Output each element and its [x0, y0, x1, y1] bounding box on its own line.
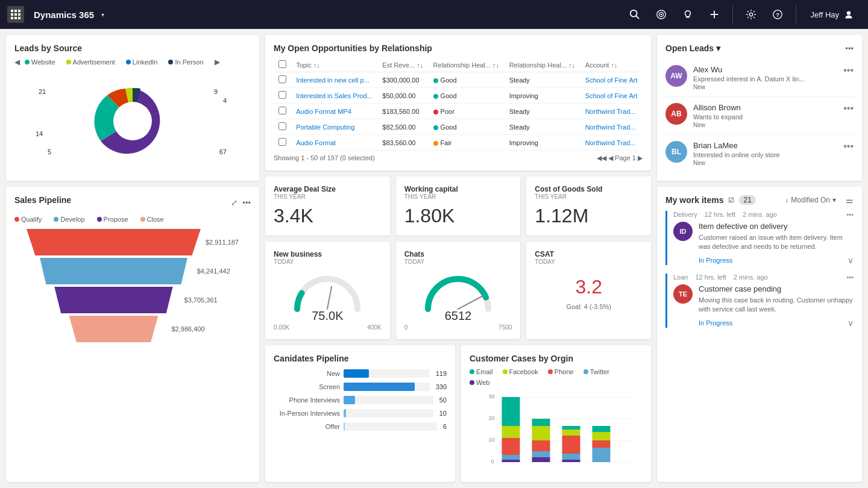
work-expand-1[interactable]: ∨	[848, 255, 854, 265]
row-checkbox[interactable]	[278, 107, 286, 114]
svg-rect-1	[14, 10, 17, 12]
col-account[interactable]: Account ↑↓	[580, 58, 643, 72]
kpi-row-1: Average Deal Size THIS YEAR 3.4K Working…	[265, 177, 651, 236]
user-menu[interactable]: Jeff Hay	[804, 10, 861, 19]
topic-link[interactable]: Portable Computing	[296, 124, 354, 131]
work-item-loan: Loan 12 hrs. left 2 mins. ago ••• TE Cus…	[665, 274, 854, 328]
plus-icon[interactable]	[703, 4, 725, 25]
topic-link[interactable]: Interested in new cell p...	[296, 77, 370, 84]
help-icon[interactable]: ?	[767, 4, 788, 25]
work-expand-2[interactable]: ∨	[848, 318, 854, 328]
bar-label-phone: Phone Interviews	[274, 396, 340, 404]
open-leads-more[interactable]: •••	[845, 44, 854, 53]
new-biz-label: New business	[274, 250, 382, 258]
candidates-title: Canidates Pipeline	[274, 354, 447, 363]
svg-point-20	[847, 11, 851, 14]
pipeline-expand-icon[interactable]: ⤢	[231, 198, 237, 207]
select-all[interactable]	[278, 60, 286, 68]
lightbulb-icon[interactable]	[677, 4, 699, 25]
app-title: Dynamics 365	[34, 10, 94, 20]
svg-rect-40	[532, 451, 550, 457]
svg-rect-34	[502, 438, 520, 455]
row-checkbox[interactable]	[278, 75, 286, 83]
row-checkbox[interactable]	[278, 138, 286, 146]
pipeline-title: Sales Pipeline	[14, 195, 71, 205]
account: Northwind Trad...	[580, 135, 643, 151]
lead-badge-allison: New	[693, 122, 837, 128]
work-item-1-more[interactable]: •••	[846, 211, 854, 218]
nav-divider-2	[796, 5, 796, 24]
work-footer-1: In Progress ∨	[699, 255, 854, 265]
health2: Steady	[505, 119, 580, 135]
svg-line-10	[635, 16, 638, 19]
svg-point-13	[660, 14, 662, 16]
revenue: $300,000.00	[377, 72, 428, 88]
topic-link[interactable]: Interested in Sales Prod...	[296, 92, 373, 99]
svg-rect-47	[593, 426, 611, 432]
svg-rect-14	[686, 17, 689, 18]
row-checkbox[interactable]	[278, 91, 286, 99]
work-item-2-more[interactable]: •••	[846, 274, 854, 281]
lead-info-brian: Brian LaMee Interested in online only st…	[693, 141, 837, 166]
lead-name-brian: Brian LaMee	[693, 141, 837, 150]
col-topic[interactable]: Topic ↑↓	[291, 58, 377, 72]
target-icon[interactable]	[650, 4, 672, 25]
label-4: 4	[223, 97, 227, 104]
legend-email: Email	[470, 368, 493, 375]
apps-button[interactable]	[7, 6, 24, 23]
settings-icon[interactable]	[740, 4, 762, 25]
col-health2[interactable]: Relationship Heal... ↑↓	[505, 58, 580, 72]
bar-fill-phone	[344, 396, 355, 404]
bar-fill-screen	[344, 383, 415, 391]
lead-avatar-brian: BL	[665, 141, 687, 163]
legend-develop: Develop	[54, 216, 84, 223]
col-health1[interactable]: Relationship Heal... ↑↓	[429, 58, 505, 72]
table-row: Audio Format MP4 $183,560.00 Poor Steady…	[274, 104, 643, 119]
svg-rect-39	[532, 440, 550, 451]
svg-rect-6	[11, 17, 13, 19]
legend-phone: Phone	[548, 368, 574, 375]
work-item-meta-1: Delivery 12 hrs. left 2 mins. ago •••	[673, 211, 854, 218]
work-desc-1: Customer raised an issue with item deliv…	[699, 233, 854, 252]
health2: Improving	[505, 135, 580, 151]
top-nav: Dynamics 365 ▾ ? Jeff Hay	[0, 0, 868, 29]
col-checkbox[interactable]	[274, 58, 291, 72]
row-checkbox[interactable]	[278, 122, 286, 130]
svg-rect-50	[593, 448, 611, 462]
work-item-body-1: ID Item defective on delivery Customer r…	[673, 222, 854, 265]
center-column: My Open Opportunities by Relationship To…	[265, 35, 651, 482]
revenue: $82,500.00	[377, 119, 428, 135]
topic-link[interactable]: Audio Format MP4	[296, 108, 351, 115]
working-capital-card: Working capital THIS YEAR 1.80K	[396, 177, 521, 236]
work-content-2: Customer case pending Moving this case b…	[699, 284, 854, 328]
pipeline-legend: Qualify Develop Propose Close	[14, 216, 251, 223]
svg-rect-35	[502, 455, 520, 460]
prev-arrow[interactable]: ◀	[14, 58, 20, 66]
new-biz-gauge	[288, 270, 366, 315]
svg-text:30: 30	[489, 393, 495, 399]
health2: Improving	[505, 88, 580, 104]
next-arrow[interactable]: ▶	[215, 58, 220, 66]
bar-track-inperson	[344, 409, 433, 418]
search-icon[interactable]	[624, 4, 646, 25]
legend-advertisement: Advertisement	[66, 58, 115, 66]
kpi-label-1: Working capital	[404, 185, 512, 193]
topic-link[interactable]: Audio Format	[296, 139, 336, 146]
col-revenue[interactable]: Est Reve... ↑↓	[377, 58, 428, 72]
funnel-close	[60, 316, 166, 342]
lead-info-alex: Alex Wu Expressed interest in A. Datum X…	[693, 65, 837, 90]
sales-pipeline-card: Sales Pipeline ⤢ ••• Qualify Develop Pro…	[6, 187, 259, 482]
open-leads-chevron[interactable]: ▾	[716, 43, 720, 53]
bar-value-phone: 50	[439, 396, 447, 404]
work-sort-button[interactable]: ↓ Modified On ▾	[785, 196, 836, 204]
lead-more-allison[interactable]: •••	[843, 103, 854, 114]
pipeline-more-icon[interactable]: •••	[242, 198, 251, 207]
lead-more-brian[interactable]: •••	[843, 141, 854, 152]
bar-track-phone	[344, 396, 433, 404]
work-filter-icon[interactable]: ⚌	[846, 195, 854, 205]
csat-label: CSAT	[535, 250, 643, 258]
lead-more-alex[interactable]: •••	[843, 65, 854, 76]
table-row: Interested in new cell p... $300,000.00 …	[274, 72, 643, 88]
right-column: Open Leads ▾ ••• AW Alex Wu Expressed in…	[657, 35, 862, 482]
opportunities-card: My Open Opportunities by Relationship To…	[265, 35, 651, 170]
